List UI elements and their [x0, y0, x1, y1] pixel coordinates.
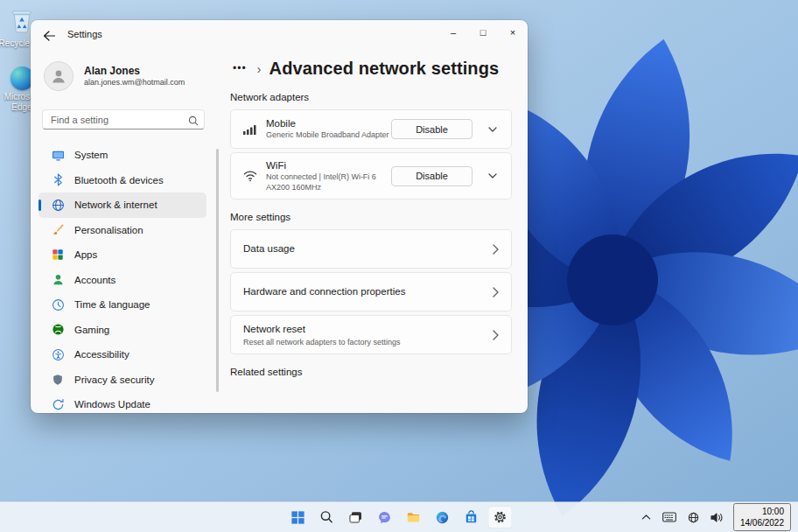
update-refresh-icon: [51, 397, 65, 411]
disable-button[interactable]: Disable: [391, 166, 472, 186]
shield-icon: [51, 373, 65, 387]
sidebar-item-network-internet[interactable]: Network & internet: [38, 192, 206, 218]
edge-browser-icon[interactable]: [430, 506, 455, 528]
related-settings-label: Related settings: [230, 367, 512, 377]
account-header[interactable]: Alan Jones alan.jones.wm@hotmail.com: [44, 61, 185, 91]
avatar: [44, 61, 74, 91]
wifi-icon: [243, 170, 266, 182]
task-view-icon[interactable]: [344, 506, 368, 528]
close-button[interactable]: ×: [498, 20, 528, 44]
sidebar-scrollbar[interactable]: [216, 149, 219, 392]
chevron-right-icon: [493, 244, 499, 255]
network-globe-icon: [51, 198, 65, 212]
sidebar-item-label: Personalisation: [74, 225, 144, 235]
bluetooth-icon: [51, 173, 65, 187]
tray-volume-icon[interactable]: [709, 510, 725, 525]
maximize-button[interactable]: □: [468, 20, 498, 44]
card-description: Reset all network adapters to factory se…: [243, 337, 493, 347]
accessibility-icon: [51, 347, 65, 361]
clock-icon: [51, 298, 65, 312]
sidebar-item-label: Accounts: [74, 275, 116, 285]
tray-date: 14/06/2022: [740, 517, 784, 528]
sidebar-item-accounts[interactable]: Accounts: [38, 268, 206, 293]
tray-network-icon[interactable]: [686, 510, 701, 525]
page-content: ••• › Advanced network settings Network …: [230, 55, 512, 413]
settings-gear-icon[interactable]: [488, 506, 513, 528]
sidebar-item-label: Apps: [74, 249, 97, 260]
sidebar-item-privacy-security[interactable]: Privacy & security: [38, 368, 206, 393]
taskbar-search-icon[interactable]: [315, 506, 340, 528]
adapter-description: Generic Mobile Broadband Adapter: [266, 130, 391, 141]
sidebar-item-label: Privacy & security: [74, 374, 154, 385]
sidebar-item-accessibility[interactable]: Accessibility: [38, 342, 206, 368]
search-input[interactable]: [42, 109, 205, 130]
breadcrumb-chevron-icon: ›: [257, 62, 262, 75]
sidebar-nav: System Bluetooth & devices Network & int…: [38, 143, 206, 413]
chevron-right-icon: [493, 330, 499, 340]
network-adapters-label: Network adapters: [230, 92, 512, 102]
sidebar-item-label: Network & internet: [74, 200, 158, 210]
sidebar-item-label: Windows Update: [74, 399, 150, 410]
sidebar-item-bluetooth-devices[interactable]: Bluetooth & devices: [38, 168, 206, 193]
user-name: Alan Jones: [84, 65, 185, 78]
window-controls: – □ ×: [438, 20, 528, 44]
start-button[interactable]: [286, 506, 311, 528]
search-icon: [188, 114, 199, 130]
chevron-right-icon: [493, 287, 499, 298]
more-settings-label: More settings: [230, 212, 512, 222]
sidebar-item-label: Time & language: [74, 299, 150, 310]
settings-card-network-reset[interactable]: Network reset Reset all network adapters…: [230, 315, 512, 354]
mobile-signal-icon: [243, 123, 266, 136]
sidebar-item-gaming[interactable]: Gaming: [38, 318, 206, 343]
chevron-down-icon[interactable]: [481, 166, 504, 186]
page-title: Advanced network settings: [270, 59, 500, 79]
brush-icon: [51, 223, 65, 237]
tray-keyboard-icon[interactable]: [661, 510, 678, 524]
user-email: alan.jones.wm@hotmail.com: [84, 78, 185, 88]
xbox-icon: [51, 323, 65, 337]
settings-window: Settings – □ × Alan Jones alan.jones.wm@…: [31, 20, 528, 413]
system-icon: [51, 148, 65, 162]
window-title: Settings: [67, 29, 102, 39]
titlebar[interactable]: Settings – □ ×: [31, 20, 528, 50]
search-box: [42, 109, 205, 130]
breadcrumb-ellipsis-button[interactable]: •••: [230, 60, 249, 76]
back-button[interactable]: [37, 25, 61, 46]
sidebar-item-label: Bluetooth & devices: [74, 175, 164, 186]
tray-chevron-up-icon[interactable]: [640, 512, 653, 522]
chevron-down-icon[interactable]: [481, 119, 504, 139]
card-title: Data usage: [243, 242, 493, 256]
sidebar-item-personalisation[interactable]: Personalisation: [38, 218, 206, 243]
adapter-description: Not connected | Intel(R) Wi-Fi 6 AX200 1…: [266, 172, 391, 192]
card-title: Network reset: [243, 323, 493, 337]
breadcrumb: ••• › Advanced network settings: [230, 55, 512, 81]
adapter-name: WiFi: [266, 159, 391, 172]
tray-time: 10:00: [740, 506, 784, 517]
sidebar-item-time-language[interactable]: Time & language: [38, 292, 206, 318]
settings-card-data-usage[interactable]: Data usage: [230, 229, 512, 269]
adapter-card-wifi[interactable]: WiFi Not connected | Intel(R) Wi-Fi 6 AX…: [230, 152, 512, 200]
sidebar-item-apps[interactable]: Apps: [38, 242, 206, 268]
file-explorer-icon[interactable]: [402, 506, 426, 528]
sidebar-item-system[interactable]: System: [38, 143, 206, 168]
taskbar-center-icons: [286, 502, 513, 532]
sidebar-item-label: Gaming: [74, 325, 109, 335]
person-icon: [51, 273, 65, 287]
adapter-card-mobile[interactable]: Mobile Generic Mobile Broadband Adapter …: [230, 109, 512, 149]
settings-card-hardware-properties[interactable]: Hardware and connection properties: [230, 272, 512, 312]
disable-button[interactable]: Disable: [391, 119, 472, 139]
sidebar-item-label: System: [74, 150, 108, 160]
adapter-name: Mobile: [266, 117, 391, 130]
minimize-button[interactable]: –: [438, 20, 468, 44]
card-title: Hardware and connection properties: [243, 285, 493, 299]
sidebar-item-label: Accessibility: [74, 349, 130, 360]
tray-clock[interactable]: 10:00 14/06/2022: [733, 503, 791, 531]
system-tray: 10:00 14/06/2022: [640, 502, 791, 532]
taskbar: 10:00 14/06/2022: [0, 502, 798, 532]
sidebar-item-windows-update[interactable]: Windows Update: [38, 392, 206, 413]
apps-grid-icon: [51, 248, 65, 262]
store-icon[interactable]: [459, 506, 484, 528]
desktop: Recycle Bin Microsoft Edge Settings – □ …: [0, 0, 798, 532]
chat-icon[interactable]: [373, 506, 397, 528]
